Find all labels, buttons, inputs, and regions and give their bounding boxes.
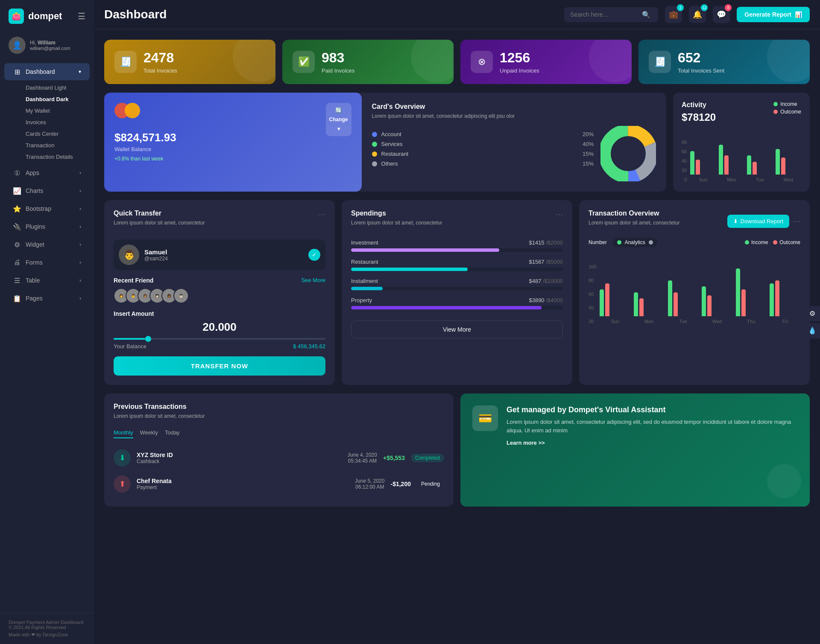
bar-chart (690, 132, 801, 175)
plugins-icon: 🔌 (13, 222, 21, 231)
sidebar-logo: 👛 dompet ☰ (0, 0, 94, 32)
subitem-cards-center[interactable]: Cards Center (21, 128, 94, 140)
sidebar-item-table[interactable]: ☰ Table › (4, 272, 90, 289)
outcome-label: Outcome (780, 109, 801, 115)
va-decoration (767, 464, 801, 498)
legend-item: Account 20% (372, 131, 594, 137)
subitem-transaction-details[interactable]: Transaction Details (21, 151, 94, 163)
search-icon: 🔍 (642, 11, 650, 19)
va-icon: 💳 (472, 405, 498, 431)
transfer-slider[interactable] (114, 338, 325, 340)
download-report-button[interactable]: ⬇ Download Report (727, 215, 789, 228)
floating-drop-button[interactable]: 💧 (805, 323, 820, 338)
tx-direction-icon: ⬆ (114, 475, 131, 492)
hamburger-icon[interactable]: ☰ (78, 11, 85, 21)
sidebar-item-forms[interactable]: 🖨 Forms › (4, 254, 90, 271)
table-icon: ☰ (13, 276, 21, 285)
income-label: Income (780, 101, 797, 107)
sidebar-item-charts[interactable]: 📈 Charts › (4, 182, 90, 199)
tx-number-label: Number (589, 239, 607, 245)
content-area: 🧾 2478 Total Invoices ✅ 983 Paid Invoice… (94, 29, 820, 644)
stat-label: Total Invoices (144, 67, 177, 74)
sidebar-item-apps[interactable]: ① Apps › (4, 164, 90, 181)
stat-number: 983 (322, 50, 354, 66)
tab-today[interactable]: Today (165, 429, 180, 438)
floating-gear-button[interactable]: ⚙ (805, 306, 820, 321)
spending-label: Investment (351, 239, 378, 246)
tab-monthly[interactable]: Monthly (114, 429, 133, 438)
spending-item-investment: Investment $1415 /$2000 (351, 239, 563, 252)
tx-direction-icon: ⬇ (114, 449, 131, 466)
friend-avatar: 👨 (119, 245, 139, 265)
va-desc: Lorem ipsum dolor sit amet, consectetur … (507, 418, 798, 434)
legend-item: Services 40% (372, 141, 594, 147)
subitem-dashboard-light[interactable]: Dashboard Light (21, 82, 94, 93)
stat-card-total-invoices: 🧾 2478 Total Invoices (104, 40, 275, 84)
tx-overview-desc: Lorem ipsum dolor sit amet, consectetur (589, 220, 679, 226)
quick-transfer-desc: Lorem ipsum dolor sit amet, consectetur (114, 220, 205, 226)
friend-name: Samuel (144, 248, 168, 256)
subitem-transaction[interactable]: Transaction (21, 140, 94, 151)
briefcase-icon: 💼 (669, 10, 678, 19)
user-email: william@gmail.com (30, 46, 70, 51)
sidebar-item-widget[interactable]: ⚙ Widget › (4, 236, 90, 253)
tx-amount: +$5,553 (383, 455, 405, 461)
bell-btn[interactable]: 🔔 12 (689, 6, 706, 23)
profile-info: Hi, William william@gmail.com (30, 40, 70, 51)
stat-card-total-sent: 🧾 652 Total Invoices Sent (638, 40, 810, 84)
widget-icon: ⚙ (13, 240, 21, 249)
sidebar-item-label: Forms (26, 259, 43, 266)
chevron-right-icon: › (79, 188, 81, 194)
subitem-my-wallet[interactable]: My Wallet (21, 105, 94, 117)
chat-btn[interactable]: 💬 8 (713, 6, 730, 23)
sidebar-item-dashboard[interactable]: ⊞ Dashboard ▾ (4, 63, 90, 80)
sidebar-item-plugins[interactable]: 🔌 Plugins › (4, 218, 90, 235)
spendings-section: Spendings Lorem ipsum dolor sit amet, co… (342, 200, 572, 385)
tx-toggle[interactable]: Analytics (613, 238, 657, 247)
sidebar-item-pages[interactable]: 📋 Pages › (4, 290, 90, 307)
subitem-dashboard-dark[interactable]: Dashboard Dark (21, 93, 94, 105)
insert-amount-label: Insert Amount (114, 310, 325, 317)
sidebar-item-bootstrap[interactable]: ⭐ Bootstrap › (4, 200, 90, 217)
transfer-now-button[interactable]: TRANSFER NOW (114, 356, 325, 376)
card-overview-desc: Lorem ipsum dolor sit amet, consectetur … (372, 113, 656, 119)
spending-amount: $1567 /$5000 (529, 259, 563, 265)
prev-va-grid: Previous Transactions Lorem ipsum dolor … (104, 393, 810, 507)
card-overview-title: Card's Overview (372, 103, 656, 111)
more-options-icon[interactable]: ⋯ (555, 210, 563, 219)
wallet-change: +0.8% than last week (114, 156, 319, 162)
tx-legend-row: Number Analytics Income Outcome (589, 238, 800, 247)
analytics-toggle[interactable]: Analytics (625, 239, 645, 245)
va-learn-more-link[interactable]: Learn more >> (507, 440, 798, 446)
subitem-invoices[interactable]: Invoices (21, 117, 94, 128)
search-input[interactable] (570, 11, 638, 18)
change-label: Change (329, 117, 348, 122)
briefcase-btn[interactable]: 💼 2 (665, 6, 682, 23)
see-all-link[interactable]: See More (302, 277, 325, 284)
stat-icon: 🧾 (114, 51, 137, 73)
spendings-title: Spendings (351, 210, 442, 217)
tab-weekly[interactable]: Weekly (140, 429, 158, 438)
more-options-icon[interactable]: ⋯ (318, 210, 325, 219)
search-box[interactable]: 🔍 (564, 7, 658, 22)
tx-type: Payment (137, 484, 349, 490)
amount-display: 20.000 (114, 321, 325, 334)
chart-icon: 📊 (795, 11, 802, 18)
balance-value: $ 456,345.62 (293, 343, 325, 350)
check-icon: ✓ (308, 249, 320, 261)
friend-avatar-6: 👨🏻 (173, 288, 189, 303)
generate-report-button[interactable]: Generate Report 📊 (737, 7, 810, 22)
stat-card-paid-invoices: ✅ 983 Paid Invoices (282, 40, 454, 84)
avatar: 👤 (9, 37, 26, 54)
quick-transfer-title: Quick Transfer (114, 210, 205, 217)
more-options-icon[interactable]: ⋯ (793, 216, 800, 226)
change-widget[interactable]: 🔄 Change ▾ (326, 103, 351, 136)
gear-icon: ⚙ (809, 309, 815, 318)
stat-label: Unpaid Invoices (500, 67, 539, 74)
view-more-button[interactable]: View More (351, 321, 563, 338)
activity-title: Activity (682, 101, 716, 109)
chevron-right-icon: › (79, 277, 81, 283)
sidebar-item-label: Pages (26, 295, 43, 302)
spending-amount: $1415 /$2000 (529, 239, 563, 246)
friend-handle: @sam224 (144, 256, 168, 262)
